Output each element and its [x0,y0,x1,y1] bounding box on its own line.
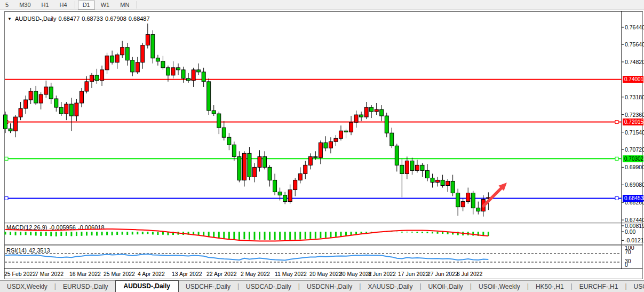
macd-main-value: -0.005956 [49,224,76,231]
price-tick-0.70720: 0.70720 [625,146,644,153]
tab-hk50-h1[interactable]: HK50-,H1 [529,281,571,292]
date-tick-27-jun-2022: 27 Jun 2022 [427,271,458,277]
price-line-tag-0.70302: 0.70302 [623,155,643,162]
trading-terminal: 5M30H1H4D1W1MN ▼AUDUSD-,Daily0.684770.68… [0,0,644,292]
rsi-tick-0: 0 [625,262,628,268]
tab-usdchf-daily[interactable]: USDCHF-,Daily [179,281,237,292]
chart-window [4,11,643,279]
date-tick-7-mar-2022: 7 Mar 2022 [35,271,63,277]
price-tick-0.72360: 0.72360 [625,112,644,118]
date-tick-25-feb-2022: 25 Feb 2022 [4,271,36,277]
date-tick-6-jul-2022: 6 Jul 2022 [457,271,482,277]
timeframe-button-h1[interactable]: H1 [37,1,54,10]
tab-eurusd-daily[interactable]: EURUSD-,Daily [56,281,115,292]
toolbar-separator [75,1,75,9]
tab-usoil-h[interactable]: USOil-,H [627,281,644,292]
timeframe-button-d1[interactable]: D1 [78,1,95,10]
ohlc-close: 0.68487 [129,15,150,22]
timeframe-button-w1[interactable]: W1 [96,1,115,10]
price-line-tag-0.74001: 0.74001 [623,76,643,83]
tab-ukoil-daily[interactable]: UKOil-,Daily [422,281,470,292]
symbol-name: AUDUSD-,Daily [15,15,57,22]
date-tick-17-jun-2022: 17 Jun 2022 [398,271,429,277]
tab-xauusd-daily[interactable]: XAUUSD-,Daily [361,281,419,292]
rsi-tick-70: 70 [625,249,631,255]
date-tick-2-may-2022: 2 May 2022 [241,271,270,277]
macd-tick-0-01212: -0.01212 [625,237,644,243]
tab-eurchf-h1[interactable]: EURCHF-,H1 [573,281,625,292]
date-tick-30-may-2022: 30 May 2022 [339,271,372,277]
price-tick-0.74820: 0.74820 [625,59,644,65]
date-tick-8-jun-2022: 8 Jun 2022 [368,271,396,277]
tab-usdcad-daily[interactable]: USDCAD-,Daily [239,281,298,292]
macd-signal-value: -0.006018 [78,224,105,231]
instrument-tab-bar: USDX,Weekly|EURUSD-,DailyAUDUSD-,DailyUS… [0,280,644,292]
price-tick-0.69900: 0.69900 [625,164,644,170]
date-tick-13-apr-2022: 13 Apr 2022 [172,271,202,277]
date-tick-16-mar-2022: 16 Mar 2022 [69,271,101,277]
collapse-indicator-icon[interactable]: ▼ [7,17,12,21]
price-tick-0.71540: 0.71540 [625,129,644,136]
tab-audusd-daily[interactable]: AUDUSD-,Daily [115,280,179,292]
rsi-value: 42.3513 [29,247,50,254]
tab-usdx-weekly[interactable]: USDX,Weekly [0,281,54,292]
date-tick-25-mar-2022: 25 Mar 2022 [104,271,135,277]
price-tick-0.76440: 0.76440 [625,24,644,30]
timeframe-toolbar: 5M30H1H4D1W1MN [0,0,644,10]
macd-label: MACD(12,26,9)-0.005956-0.006018 [6,224,107,231]
ohlc-open: 0.68477 [59,15,80,22]
ohlc-high: 0.68733 [82,15,103,22]
date-tick-22-apr-2022: 22 Apr 2022 [206,271,237,277]
price-line-tag-0.68453: 0.68453 [623,195,643,202]
tab-usoil-weekly[interactable]: USOil-,Weekly [472,281,527,292]
date-tick-11-may-2022: 11 May 2022 [275,271,307,277]
ohlc-low: 0.67908 [105,15,126,22]
chart-title: ▼AUDUSD-,Daily0.684770.687330.679080.684… [7,15,152,22]
rsi-label: RSI(14)42.3513 [6,247,52,254]
timeframe-button-m30[interactable]: M30 [14,1,35,10]
date-tick-4-apr-2022: 4 Apr 2022 [138,271,165,277]
macd-tick-0-00: 0.00 [625,228,635,235]
date-tick-20-may-2022: 20 May 2022 [309,271,342,277]
rsi-name: RSI(14) [6,247,27,254]
price-tick-0.73180: 0.73180 [625,94,644,100]
price-line-tag-0.72015: 0.72015 [623,119,643,125]
tab-usdcnh-daily[interactable]: USDCNH-,Daily [300,281,359,292]
price-tick-0.69080: 0.69080 [625,181,644,188]
timeframe-button-5[interactable]: 5 [1,1,13,10]
timeframe-button-h4[interactable]: H4 [55,1,72,10]
timeframe-button-mn[interactable]: MN [115,1,134,10]
price-tick-0.75640: 0.75640 [625,41,644,48]
toolbar-separator [137,1,137,9]
macd-name: MACD(12,26,9) [6,224,47,231]
